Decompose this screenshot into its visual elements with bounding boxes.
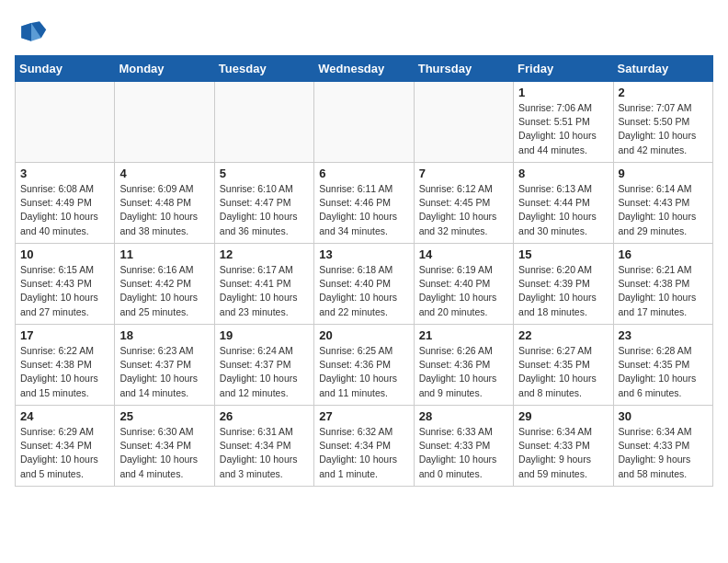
day-number: 30 [619, 409, 708, 423]
calendar-cell: 12Sunrise: 6:17 AM Sunset: 4:41 PM Dayli… [214, 244, 313, 325]
calendar-cell: 1Sunrise: 7:06 AM Sunset: 5:51 PM Daylig… [514, 82, 613, 163]
day-info: Sunrise: 6:20 AM Sunset: 4:39 PM Dayligh… [518, 263, 608, 319]
day-info: Sunrise: 6:13 AM Sunset: 4:44 PM Dayligh… [518, 182, 608, 238]
week-row-4: 24Sunrise: 6:29 AM Sunset: 4:34 PM Dayli… [16, 406, 713, 487]
header [15, 15, 713, 48]
day-number: 27 [319, 409, 408, 423]
day-number: 29 [518, 409, 608, 423]
day-number: 21 [419, 328, 508, 342]
calendar-cell: 16Sunrise: 6:21 AM Sunset: 4:38 PM Dayli… [613, 244, 712, 325]
day-info: Sunrise: 6:08 AM Sunset: 4:49 PM Dayligh… [20, 182, 109, 238]
day-number: 14 [419, 247, 508, 261]
day-number: 6 [319, 167, 408, 180]
day-info: Sunrise: 6:15 AM Sunset: 4:43 PM Dayligh… [20, 263, 109, 319]
weekday-header-monday: Monday [115, 56, 214, 82]
calendar-cell: 9Sunrise: 6:14 AM Sunset: 4:43 PM Daylig… [613, 163, 712, 244]
day-info: Sunrise: 6:28 AM Sunset: 4:35 PM Dayligh… [619, 344, 708, 400]
calendar-cell: 14Sunrise: 6:19 AM Sunset: 4:40 PM Dayli… [414, 244, 513, 325]
day-info: Sunrise: 6:22 AM Sunset: 4:38 PM Dayligh… [20, 344, 109, 400]
calendar-cell: 15Sunrise: 6:20 AM Sunset: 4:39 PM Dayli… [514, 244, 613, 325]
day-number: 2 [619, 86, 708, 99]
calendar-cell: 8Sunrise: 6:13 AM Sunset: 4:44 PM Daylig… [514, 163, 613, 244]
day-number: 4 [119, 167, 209, 180]
week-row-0: 1Sunrise: 7:06 AM Sunset: 5:51 PM Daylig… [16, 82, 713, 163]
calendar-cell: 10Sunrise: 6:15 AM Sunset: 4:43 PM Dayli… [16, 244, 115, 325]
day-info: Sunrise: 6:14 AM Sunset: 4:43 PM Dayligh… [619, 182, 708, 238]
day-number: 25 [119, 409, 209, 423]
calendar-cell: 19Sunrise: 6:24 AM Sunset: 4:37 PM Dayli… [214, 325, 313, 406]
day-info: Sunrise: 6:27 AM Sunset: 4:35 PM Dayligh… [518, 344, 608, 400]
day-info: Sunrise: 6:09 AM Sunset: 4:48 PM Dayligh… [119, 182, 209, 238]
day-number: 26 [220, 409, 309, 423]
weekday-header-thursday: Thursday [414, 56, 513, 82]
day-number: 5 [220, 167, 309, 180]
day-info: Sunrise: 6:19 AM Sunset: 4:40 PM Dayligh… [419, 263, 508, 319]
calendar-cell: 17Sunrise: 6:22 AM Sunset: 4:38 PM Dayli… [16, 325, 115, 406]
day-info: Sunrise: 6:11 AM Sunset: 4:46 PM Dayligh… [319, 182, 408, 238]
day-info: Sunrise: 7:06 AM Sunset: 5:51 PM Dayligh… [518, 101, 608, 157]
day-number: 9 [619, 167, 708, 180]
day-info: Sunrise: 6:21 AM Sunset: 4:38 PM Dayligh… [619, 263, 708, 319]
weekday-header-tuesday: Tuesday [214, 56, 313, 82]
calendar-cell: 25Sunrise: 6:30 AM Sunset: 4:34 PM Dayli… [115, 406, 214, 487]
day-number: 22 [518, 328, 608, 342]
day-info: Sunrise: 6:25 AM Sunset: 4:36 PM Dayligh… [319, 344, 408, 400]
day-info: Sunrise: 7:07 AM Sunset: 5:50 PM Dayligh… [619, 101, 708, 157]
day-info: Sunrise: 6:17 AM Sunset: 4:41 PM Dayligh… [220, 263, 309, 319]
day-info: Sunrise: 6:30 AM Sunset: 4:34 PM Dayligh… [119, 425, 209, 481]
day-number: 8 [518, 167, 608, 180]
day-info: Sunrise: 6:34 AM Sunset: 4:33 PM Dayligh… [619, 425, 708, 481]
day-number: 15 [518, 247, 608, 261]
day-info: Sunrise: 6:10 AM Sunset: 4:47 PM Dayligh… [220, 182, 309, 238]
calendar-cell: 21Sunrise: 6:26 AM Sunset: 4:36 PM Dayli… [414, 325, 513, 406]
day-number: 13 [319, 247, 408, 261]
weekday-header-friday: Friday [514, 56, 613, 82]
day-number: 17 [20, 328, 109, 342]
calendar-cell [314, 82, 414, 163]
calendar-cell: 6Sunrise: 6:11 AM Sunset: 4:46 PM Daylig… [314, 163, 414, 244]
day-number: 11 [119, 247, 209, 261]
day-number: 19 [220, 328, 309, 342]
day-number: 23 [619, 328, 708, 342]
day-info: Sunrise: 6:32 AM Sunset: 4:34 PM Dayligh… [319, 425, 408, 481]
day-number: 10 [20, 247, 109, 261]
calendar-cell: 29Sunrise: 6:34 AM Sunset: 4:33 PM Dayli… [514, 406, 613, 487]
day-info: Sunrise: 6:34 AM Sunset: 4:33 PM Dayligh… [518, 425, 608, 481]
day-info: Sunrise: 6:18 AM Sunset: 4:40 PM Dayligh… [319, 263, 408, 319]
day-info: Sunrise: 6:31 AM Sunset: 4:34 PM Dayligh… [220, 425, 309, 481]
calendar-cell: 26Sunrise: 6:31 AM Sunset: 4:34 PM Dayli… [214, 406, 313, 487]
day-number: 28 [419, 409, 508, 423]
day-info: Sunrise: 6:23 AM Sunset: 4:37 PM Dayligh… [119, 344, 209, 400]
logo-icon [15, 15, 48, 48]
calendar-cell: 28Sunrise: 6:33 AM Sunset: 4:33 PM Dayli… [414, 406, 513, 487]
day-info: Sunrise: 6:26 AM Sunset: 4:36 PM Dayligh… [419, 344, 508, 400]
calendar-cell [16, 82, 115, 163]
day-info: Sunrise: 6:29 AM Sunset: 4:34 PM Dayligh… [20, 425, 109, 481]
day-number: 12 [220, 247, 309, 261]
week-row-1: 3Sunrise: 6:08 AM Sunset: 4:49 PM Daylig… [16, 163, 713, 244]
day-info: Sunrise: 6:33 AM Sunset: 4:33 PM Dayligh… [419, 425, 508, 481]
calendar-cell: 27Sunrise: 6:32 AM Sunset: 4:34 PM Dayli… [314, 406, 414, 487]
calendar-cell: 11Sunrise: 6:16 AM Sunset: 4:42 PM Dayli… [115, 244, 214, 325]
calendar-cell: 4Sunrise: 6:09 AM Sunset: 4:48 PM Daylig… [115, 163, 214, 244]
calendar-cell: 13Sunrise: 6:18 AM Sunset: 4:40 PM Dayli… [314, 244, 414, 325]
day-number: 24 [20, 409, 109, 423]
calendar-cell: 7Sunrise: 6:12 AM Sunset: 4:45 PM Daylig… [414, 163, 513, 244]
calendar-cell: 5Sunrise: 6:10 AM Sunset: 4:47 PM Daylig… [214, 163, 313, 244]
day-number: 16 [619, 247, 708, 261]
day-info: Sunrise: 6:24 AM Sunset: 4:37 PM Dayligh… [220, 344, 309, 400]
day-number: 20 [319, 328, 408, 342]
calendar-cell: 3Sunrise: 6:08 AM Sunset: 4:49 PM Daylig… [16, 163, 115, 244]
weekday-header-wednesday: Wednesday [314, 56, 414, 82]
week-row-3: 17Sunrise: 6:22 AM Sunset: 4:38 PM Dayli… [16, 325, 713, 406]
weekday-header-saturday: Saturday [613, 56, 712, 82]
calendar-cell: 23Sunrise: 6:28 AM Sunset: 4:35 PM Dayli… [613, 325, 712, 406]
day-number: 18 [119, 328, 209, 342]
day-number: 7 [419, 167, 508, 180]
day-number: 1 [518, 86, 608, 99]
weekday-header-sunday: Sunday [16, 56, 115, 82]
day-info: Sunrise: 6:12 AM Sunset: 4:45 PM Dayligh… [419, 182, 508, 238]
calendar-cell: 22Sunrise: 6:27 AM Sunset: 4:35 PM Dayli… [514, 325, 613, 406]
calendar-cell [115, 82, 214, 163]
weekday-header-row: SundayMondayTuesdayWednesdayThursdayFrid… [16, 56, 713, 82]
